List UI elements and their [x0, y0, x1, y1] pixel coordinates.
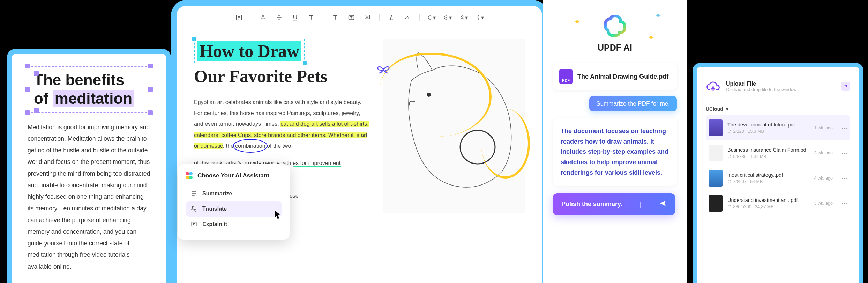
sparkle-icon: ✦ [655, 11, 661, 20]
upload-title: Upload File [726, 81, 796, 87]
title-selection[interactable]: How to Draw [194, 39, 305, 63]
send-icon[interactable] [659, 199, 667, 209]
updf-ai-logo-icon [603, 14, 627, 38]
file-row[interactable]: Understand investment an...pdf ⏱ 880/530… [706, 191, 850, 216]
svg-point-5 [461, 16, 463, 17]
cloud-tab[interactable]: UCloud ▾ [706, 101, 850, 115]
doc-subtitle: Our Favorite Pets [194, 66, 369, 86]
doc-paragraph-1: Egyptian art celebrates animals like cat… [194, 97, 369, 151]
more-icon[interactable]: ⋯ [841, 199, 847, 207]
shape-icon[interactable]: ▾ [427, 13, 436, 22]
user-message-bubble: Summarize the PDF for me. [589, 96, 677, 111]
left-doc-body: Meditation is good for improving memory … [28, 122, 150, 273]
sticker-icon[interactable]: ▾ [476, 13, 484, 22]
ai-brand-header: ✦ ✦ ✦ UPDF AI [553, 14, 677, 53]
more-icon[interactable]: ⋯ [841, 124, 847, 132]
more-icon[interactable]: ⋯ [841, 174, 847, 182]
file-row[interactable]: Business Insurance Claim Form.pdf ⏱ 5/87… [706, 140, 850, 166]
butterfly-drawing [376, 63, 390, 79]
ai-sidebar: ✦ ✦ ✦ UPDF AI PDF The Animal Drawing Gui… [542, 0, 687, 283]
sparkle-icon: ✦ [648, 33, 654, 42]
underline-icon[interactable] [291, 13, 299, 22]
file-thumbnail [709, 195, 723, 212]
annotation-toolbar: ▾ ▾ ▾ ▾ [177, 6, 542, 28]
svg-point-3 [428, 16, 432, 20]
document-image [383, 39, 525, 213]
doc-title: How to Draw [197, 41, 301, 61]
file-row[interactable]: most critical strategy..pdf ⏱ 7/8907 54 … [706, 166, 850, 191]
text-tool-icon[interactable] [331, 13, 339, 22]
polish-summary-button[interactable]: Polish the summary. | [553, 193, 675, 215]
left-document-panel: The benefits of meditation Meditation is… [7, 49, 171, 283]
text-icon[interactable] [307, 13, 315, 22]
editor-panel: ▾ ▾ ▾ ▾ How to Draw Our Favorite Pets Eg… [171, 0, 548, 283]
updf-logo-icon [186, 172, 193, 180]
ai-summary-response: The document focuses on teaching readers… [553, 118, 677, 186]
text-selection-box[interactable]: The benefits of meditation [28, 66, 150, 113]
upload-cloud-icon [706, 79, 720, 94]
more-icon[interactable]: ⋯ [841, 149, 847, 157]
sparkle-icon: ✦ [574, 17, 580, 27]
ai-action-summarize[interactable]: Summarize [186, 186, 282, 201]
help-icon[interactable]: ? [841, 82, 850, 91]
file-browser-panel: Upload File Or drag and drop file to the… [693, 63, 863, 283]
file-row[interactable]: The development of future.pdf ⏱ 2/123 15… [706, 115, 850, 140]
pdf-file-icon: PDF [559, 69, 573, 84]
attached-file-card[interactable]: PDF The Animal Drawing Guide.pdf [553, 63, 677, 90]
strikethrough-icon[interactable] [275, 13, 283, 22]
stamp-icon[interactable]: ▾ [443, 13, 452, 22]
upload-subtitle: Or drag and drop file to the window [726, 87, 796, 92]
ai-action-explain[interactable]: Explain it [186, 217, 282, 232]
upload-file-area[interactable]: Upload File Or drag and drop file to the… [706, 76, 850, 101]
svg-rect-8 [192, 222, 196, 226]
left-doc-title: The benefits of meditation [34, 71, 144, 108]
eraser-icon[interactable] [403, 13, 412, 22]
file-thumbnail [709, 119, 723, 136]
circled-word: combination [235, 140, 265, 151]
signature-icon[interactable]: ▾ [459, 13, 468, 22]
note-icon[interactable] [235, 13, 243, 22]
ai-assistant-popup: Choose Your AI Assistant Summarize Trans… [178, 164, 290, 240]
textbox-icon[interactable] [347, 13, 356, 22]
file-thumbnail [709, 145, 723, 161]
highlight-icon[interactable] [259, 13, 267, 22]
svg-rect-2 [365, 15, 369, 19]
green-underline: es for improvement [293, 160, 341, 167]
pencil-icon[interactable] [387, 13, 396, 22]
ai-action-translate[interactable]: Translate [186, 201, 282, 217]
ai-popup-header: Choose Your AI Assistant [186, 172, 282, 180]
attached-filename: The Animal Drawing Guide.pdf [577, 73, 668, 80]
file-thumbnail [709, 170, 723, 187]
callout-icon[interactable] [363, 13, 372, 22]
cursor-icon [274, 210, 283, 223]
highlighted-word: meditation [53, 90, 134, 107]
